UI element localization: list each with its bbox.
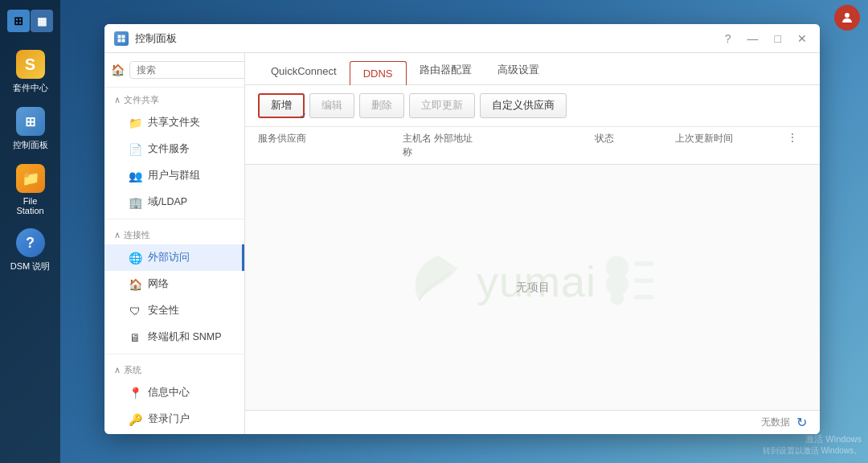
- sidebar-item-domain-ldap[interactable]: 🏢 域/LDAP: [104, 189, 244, 215]
- sidebar-item-network[interactable]: 🏠 网络: [104, 271, 244, 297]
- system-collapse-icon: ∧: [114, 365, 121, 375]
- sidebar-search-input[interactable]: [129, 61, 245, 79]
- file-services-label: 文件服务: [148, 142, 190, 156]
- sidebar-item-file-services[interactable]: 📄 文件服务: [104, 136, 244, 162]
- svg-point-0: [845, 13, 850, 18]
- custom-provider-label: 自定义供应商: [492, 100, 555, 111]
- terminal-label: 终端机和 SNMP: [148, 330, 222, 344]
- svg-rect-2: [122, 35, 125, 38]
- sidebar-item-external-access[interactable]: 🌐 外部访问: [104, 244, 244, 271]
- status-text: 无数据: [761, 416, 790, 429]
- update-now-button[interactable]: 立即更新: [409, 93, 475, 118]
- tab-quickconnect-label: QuickConnect: [271, 65, 337, 77]
- sidebar-item-shared-folder[interactable]: 📁 共享文件夹: [104, 109, 244, 136]
- delete-label: 删除: [371, 100, 392, 111]
- minimize-button[interactable]: —: [744, 31, 762, 46]
- file-services-icon: 📄: [129, 143, 141, 156]
- taskbar-grid-icon[interactable]: ⊞: [7, 10, 30, 32]
- login-portal-label: 登录门户: [148, 412, 190, 426]
- user-group-label: 用户与群组: [148, 169, 200, 182]
- watermark-line1: 激活 Windows: [763, 433, 862, 445]
- security-icon: 🛡: [129, 305, 141, 318]
- refresh-button[interactable]: ↻: [796, 415, 807, 430]
- table-header: 服务供应商 主机名称 外部地址 状态 上次更新时间 ⋮: [245, 127, 820, 165]
- main-content: QuickConnect DDNS 路由器配置 高级设置 新增: [245, 53, 820, 434]
- section-label-connectivity: 连接性: [124, 229, 150, 241]
- connectivity-collapse-icon: ∧: [114, 230, 121, 240]
- control-panel-window: 控制面板 ? — □ ✕ 🏠 ∧ 文件共享: [104, 24, 820, 434]
- info-center-label: 信息中心: [148, 386, 190, 399]
- shared-folder-icon: 📁: [129, 117, 141, 129]
- sidebar-item-control-panel[interactable]: ⊞ 控制面板: [6, 102, 55, 156]
- section-header-system: ∧ 系统: [104, 358, 244, 379]
- svg-rect-10: [634, 294, 654, 299]
- control-panel-icon: ⊞: [16, 107, 45, 136]
- user-avatar[interactable]: [834, 5, 860, 31]
- svg-rect-3: [118, 39, 121, 42]
- help-button[interactable]: ?: [722, 31, 735, 46]
- close-button[interactable]: ✕: [794, 31, 810, 46]
- table-area: 服务供应商 主机名称 外部地址 状态 上次更新时间 ⋮: [245, 127, 820, 410]
- window-body: 🏠 ∧ 文件共享 📁 共享文件夹 📄 文件服务 👥: [104, 53, 820, 434]
- svg-rect-8: [634, 278, 654, 283]
- edit-button[interactable]: 编辑: [309, 93, 354, 118]
- domain-label: 域/LDAP: [148, 195, 187, 209]
- shared-folder-label: 共享文件夹: [148, 116, 200, 129]
- section-collapse-icon: ∧: [114, 95, 121, 105]
- sidebar-item-security[interactable]: 🛡 安全性: [104, 297, 244, 324]
- col-header-hostname: 主机名称: [403, 132, 434, 159]
- svg-point-9: [610, 291, 624, 305]
- custom-provider-button[interactable]: 自定义供应商: [480, 93, 567, 118]
- col-header-lastupdate: 上次更新时间: [675, 132, 788, 159]
- sidebar-item-package-center[interactable]: S 套件中心: [6, 45, 55, 99]
- tab-advanced-label: 高级设置: [497, 64, 539, 76]
- col-header-status: 状态: [595, 132, 675, 159]
- add-button[interactable]: 新增 ↙: [258, 93, 305, 118]
- sidebar-item-terminal-snmp[interactable]: 🖥 终端机和 SNMP: [104, 324, 244, 350]
- sidebar-item-user-group[interactable]: 👥 用户与群组: [104, 162, 244, 189]
- maximize-button[interactable]: □: [772, 31, 784, 46]
- empty-message: 无项目: [516, 281, 550, 295]
- window-icon: [114, 31, 129, 46]
- info-center-icon: 📍: [129, 387, 141, 399]
- tab-quickconnect[interactable]: QuickConnect: [258, 59, 350, 85]
- table-body: yumai 无项目: [245, 165, 820, 410]
- tab-router[interactable]: 路由器配置: [407, 56, 485, 85]
- file-station-label: File Station: [10, 196, 51, 215]
- package-icon: S: [16, 50, 45, 79]
- sidebar-top: 🏠: [104, 53, 244, 88]
- domain-icon: 🏢: [129, 196, 141, 209]
- taskbar-browser-icon[interactable]: ▦: [31, 10, 53, 32]
- col-header-external: 外部地址: [434, 132, 595, 159]
- sidebar-item-dsm-help[interactable]: ? DSM 说明: [6, 223, 55, 277]
- taskbar-top-row: ⊞ ▦: [0, 6, 60, 35]
- sidebar-item-login-portal[interactable]: 🔑 登录门户: [104, 406, 244, 432]
- file-station-icon: 📁: [16, 164, 45, 193]
- svg-rect-6: [634, 261, 654, 266]
- tab-advanced[interactable]: 高级设置: [485, 56, 552, 85]
- tab-ddns[interactable]: DDNS: [350, 61, 407, 85]
- dsm-help-label: DSM 说明: [10, 260, 51, 272]
- login-portal-icon: 🔑: [129, 413, 141, 426]
- section-header-connectivity: ∧ 连接性: [104, 223, 244, 244]
- external-access-label: 外部访问: [148, 251, 190, 264]
- col-header-provider: 服务供应商: [258, 132, 403, 159]
- sidebar-home-button[interactable]: 🏠: [111, 59, 125, 80]
- tab-router-label: 路由器配置: [420, 64, 472, 76]
- status-bar: 无数据 ↻: [245, 410, 820, 434]
- delete-button[interactable]: 删除: [359, 93, 404, 118]
- watermark-line2: 转到设置以激活 Windows。: [763, 445, 862, 457]
- section-label-system: 系统: [124, 364, 141, 376]
- sidebar-item-file-station[interactable]: 📁 File Station: [6, 159, 55, 220]
- section-label-file-sharing: 文件共享: [124, 94, 159, 106]
- network-label: 网络: [148, 277, 169, 291]
- window-controls: ? — □ ✕: [722, 31, 810, 46]
- title-bar: 控制面板 ? — □ ✕: [104, 24, 820, 53]
- sidebar-item-info-center[interactable]: 📍 信息中心: [104, 379, 244, 406]
- user-icon-area: [834, 5, 860, 31]
- security-label: 安全性: [148, 304, 179, 318]
- sidebar: 🏠 ∧ 文件共享 📁 共享文件夹 📄 文件服务 👥: [104, 53, 245, 434]
- add-label: 新增: [271, 100, 292, 111]
- user-group-icon: 👥: [129, 170, 141, 182]
- update-now-label: 立即更新: [421, 100, 463, 111]
